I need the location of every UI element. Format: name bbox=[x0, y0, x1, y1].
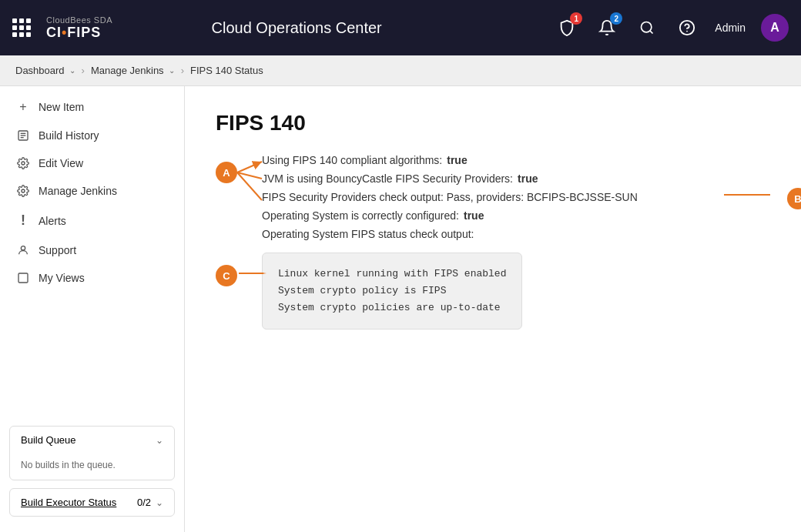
breadcrumb-dashboard[interactable]: Dashboard ⌄ bbox=[15, 65, 75, 76]
sidebar-item-my-views[interactable]: My Views bbox=[0, 264, 184, 292]
annotation-arrow-b bbox=[770, 194, 801, 196]
svg-point-9 bbox=[22, 189, 25, 192]
chevron-down-icon-4: ⌄ bbox=[156, 497, 163, 508]
svg-line-12 bbox=[237, 162, 262, 172]
nav-icons-group: 1 2 Admin A bbox=[555, 14, 789, 42]
annotation-bubble-b: B bbox=[787, 188, 801, 209]
info-line-4: Operating System is correctly configured… bbox=[262, 209, 770, 222]
build-queue-header[interactable]: Build Queue ⌄ bbox=[10, 427, 174, 453]
support-icon bbox=[15, 244, 31, 256]
build-executor-box: Build Executor Status 0/2 ⌄ bbox=[9, 488, 175, 517]
user-avatar[interactable]: A bbox=[761, 14, 789, 42]
svg-point-10 bbox=[21, 246, 25, 250]
code-section: C Linux kernel running with FIPS enabled… bbox=[262, 246, 770, 330]
sidebar-item-edit-view[interactable]: Edit View bbox=[0, 149, 184, 177]
breadcrumb-sep-1: › bbox=[82, 65, 85, 76]
nav-title: Cloud Operations Center bbox=[51, 19, 542, 37]
annotation-bubble-a: A bbox=[216, 162, 237, 183]
svg-point-0 bbox=[642, 22, 652, 32]
svg-rect-11 bbox=[18, 273, 28, 283]
sidebar-label-build-history: Build History bbox=[39, 129, 99, 142]
breadcrumb-current: FIPS 140 Status bbox=[190, 65, 263, 76]
build-queue-box: Build Queue ⌄ No builds in the queue. bbox=[9, 426, 175, 480]
annotation-arrows-a bbox=[237, 154, 276, 223]
code-line-3: System crypto policies are up-to-date bbox=[278, 299, 506, 316]
sidebar: + New Item Build History Edit Vi bbox=[0, 86, 185, 532]
gear-icon bbox=[15, 157, 31, 169]
gear-icon-2 bbox=[15, 185, 31, 197]
shield-badge: 1 bbox=[570, 12, 582, 25]
top-navigation: CloudBees SDA CI•FIPS Cloud Operations C… bbox=[0, 0, 801, 55]
sidebar-item-manage-jenkins[interactable]: Manage Jenkins bbox=[0, 177, 184, 205]
annotation-bubble-c: C bbox=[216, 265, 237, 286]
admin-label[interactable]: Admin bbox=[715, 22, 746, 34]
info-line-5: Operating System FIPS status check outpu… bbox=[262, 228, 770, 240]
build-executor-header[interactable]: Build Executor Status 0/2 ⌄ bbox=[10, 489, 174, 516]
breadcrumb-manage-jenkins[interactable]: Manage Jenkins ⌄ bbox=[91, 65, 175, 76]
build-queue-content: No builds in the queue. bbox=[10, 453, 174, 480]
alert-icon: ! bbox=[15, 212, 31, 229]
code-line-1: Linux kernel running with FIPS enabled bbox=[278, 266, 506, 283]
chevron-down-icon: ⌄ bbox=[69, 66, 75, 75]
info-line-1: Using FIPS 140 compliant algorithms: tru… bbox=[262, 154, 770, 166]
bell-badge: 2 bbox=[610, 12, 622, 25]
svg-point-8 bbox=[22, 162, 25, 165]
help-icon[interactable] bbox=[675, 15, 699, 40]
grid-menu-icon[interactable] bbox=[12, 18, 31, 37]
shield-icon[interactable]: 1 bbox=[555, 15, 579, 40]
sidebar-bottom: Build Queue ⌄ No builds in the queue. Bu… bbox=[0, 417, 184, 526]
sidebar-label-manage-jenkins: Manage Jenkins bbox=[39, 185, 117, 197]
sidebar-item-alerts[interactable]: ! Alerts bbox=[0, 205, 184, 236]
page-title: FIPS 140 bbox=[216, 111, 770, 136]
info-lines: Using FIPS 140 compliant algorithms: tru… bbox=[262, 154, 770, 240]
annotation-section: A bbox=[216, 154, 770, 330]
main-content: FIPS 140 A bbox=[185, 86, 801, 532]
build-history-icon bbox=[15, 129, 31, 142]
content-inner: FIPS 140 A bbox=[216, 111, 770, 330]
code-line-2: System crypto policy is FIPS bbox=[278, 283, 506, 299]
plus-icon: + bbox=[15, 100, 31, 114]
chevron-down-icon-2: ⌄ bbox=[169, 66, 175, 75]
sidebar-label-edit-view: Edit View bbox=[39, 157, 83, 169]
search-icon[interactable] bbox=[635, 15, 659, 40]
breadcrumb-sep-2: › bbox=[181, 65, 184, 76]
views-icon bbox=[15, 272, 31, 284]
sidebar-label-alerts: Alerts bbox=[39, 215, 66, 227]
sidebar-label-my-views: My Views bbox=[39, 272, 85, 284]
annotation-arrow-c bbox=[239, 273, 263, 274]
svg-line-1 bbox=[650, 31, 653, 34]
info-line-2: JVM is using BouncyCastle FIPS Security … bbox=[262, 172, 770, 185]
info-line-3: FIPS Security Providers check output: Pa… bbox=[262, 191, 770, 203]
chevron-down-icon-3: ⌄ bbox=[156, 435, 163, 446]
code-block: Linux kernel running with FIPS enabled S… bbox=[262, 253, 522, 330]
main-layout: + New Item Build History Edit Vi bbox=[0, 86, 801, 532]
sidebar-label-new-item: New Item bbox=[39, 101, 84, 113]
breadcrumb: Dashboard ⌄ › Manage Jenkins ⌄ › FIPS 14… bbox=[0, 55, 801, 86]
svg-line-14 bbox=[237, 172, 262, 200]
sidebar-item-support[interactable]: Support bbox=[0, 236, 184, 264]
sidebar-label-support: Support bbox=[39, 244, 76, 256]
sidebar-item-build-history[interactable]: Build History bbox=[0, 122, 184, 149]
bell-icon[interactable]: 2 bbox=[595, 15, 619, 40]
sidebar-item-new-item[interactable]: + New Item bbox=[0, 92, 184, 122]
